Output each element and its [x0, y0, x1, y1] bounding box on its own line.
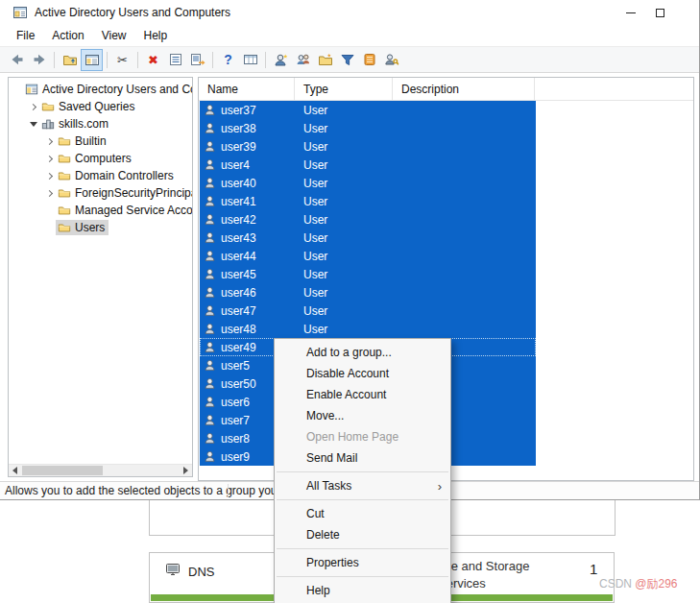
- context-item-all-tasks[interactable]: All Tasks›: [275, 475, 450, 496]
- tree-item-domain-controllers[interactable]: Domain Controllers: [9, 167, 192, 184]
- user-bust-icon: [204, 450, 216, 463]
- row-name: user40: [221, 177, 256, 190]
- list-row-user37[interactable]: user37User: [200, 101, 536, 119]
- column-header-type[interactable]: Type: [295, 78, 393, 100]
- help-button[interactable]: ?: [217, 49, 239, 71]
- tree-item-saved-queries[interactable]: Saved Queries: [9, 98, 192, 115]
- chevron-collapsed-icon[interactable]: [43, 139, 56, 144]
- row-name: user38: [221, 122, 256, 135]
- scroll-icon: [362, 52, 377, 67]
- delegate-control-button[interactable]: [380, 49, 402, 71]
- row-type: User: [295, 158, 393, 172]
- list-row-user43[interactable]: user43User: [200, 229, 536, 247]
- new-user-button[interactable]: [270, 49, 292, 71]
- scroll-left-button[interactable]: [9, 465, 21, 476]
- menu-file[interactable]: File: [8, 27, 43, 44]
- tree-item-builtin[interactable]: Builtin: [9, 133, 192, 150]
- scroll-left-icon: [12, 467, 17, 474]
- tree-item-label: Managed Service Accounts: [75, 204, 193, 217]
- user-bust-icon: [204, 359, 216, 372]
- view-table-button[interactable]: [239, 49, 261, 71]
- set-filter-button[interactable]: [336, 49, 358, 71]
- context-item-label: Move...: [306, 409, 344, 422]
- row-name: user4: [221, 158, 250, 172]
- menu-action[interactable]: Action: [43, 27, 92, 44]
- context-item-send-mail[interactable]: Send Mail: [275, 447, 450, 469]
- context-item-add-to-a-group[interactable]: Add to a group...: [275, 342, 450, 363]
- context-item-move[interactable]: Move...: [275, 405, 450, 426]
- delete-icon: ✖: [148, 53, 158, 67]
- row-type: User: [295, 268, 393, 281]
- list-row-user41[interactable]: user41User: [200, 192, 536, 210]
- list-row-user44[interactable]: user44User: [200, 247, 536, 265]
- tree-item-label: skills.com: [59, 117, 109, 131]
- tree-item-skills-com[interactable]: skills.com: [9, 115, 192, 133]
- context-item-enable-account[interactable]: Enable Account: [275, 384, 450, 405]
- context-item-label: Open Home Page: [306, 430, 398, 444]
- scroll-right-button[interactable]: [180, 465, 192, 476]
- context-item-delete[interactable]: Delete: [275, 524, 450, 545]
- cut-button[interactable]: ✂: [111, 49, 133, 71]
- menu-help[interactable]: Help: [135, 27, 177, 44]
- export-list-button[interactable]: [186, 49, 208, 71]
- title-bar[interactable]: Active Directory Users and Computers: [0, 0, 699, 25]
- list-row-user40[interactable]: user40User: [200, 174, 536, 192]
- user-bust-icon: [204, 158, 216, 171]
- up-one-level-button[interactable]: [59, 49, 81, 71]
- show-console-tree-button[interactable]: [81, 49, 103, 71]
- row-name: user49: [221, 341, 256, 354]
- context-item-properties[interactable]: Properties: [275, 552, 450, 573]
- chevron-collapsed-icon[interactable]: [27, 105, 39, 109]
- forward-button[interactable]: [28, 49, 50, 71]
- submenu-arrow-icon: ›: [438, 479, 442, 494]
- row-name: user42: [221, 213, 256, 227]
- list-row-user47[interactable]: user47User: [200, 302, 536, 320]
- console-tree-icon: [84, 52, 100, 67]
- watermark-handle: @励296: [635, 577, 677, 591]
- properties-button[interactable]: [164, 49, 186, 71]
- context-item-cut[interactable]: Cut: [275, 503, 450, 524]
- context-item-help[interactable]: Help: [275, 580, 450, 601]
- tree-item-managed-service-accounts[interactable]: Managed Service Accounts: [9, 202, 192, 219]
- minimize-button[interactable]: [616, 0, 645, 25]
- list-row-user38[interactable]: user38User: [200, 119, 536, 137]
- user-bust-icon: [204, 213, 216, 226]
- context-item-label: Help: [306, 584, 330, 597]
- context-item-disable-account[interactable]: Disable Account: [275, 363, 450, 384]
- tree-item-active-directory-users-and-computers[interactable]: Active Directory Users and Computers: [9, 81, 192, 98]
- user-bust-icon: [204, 414, 216, 426]
- list-row-user48[interactable]: user48User: [200, 320, 536, 338]
- delete-button[interactable]: ✖: [142, 49, 164, 71]
- tree-item-computers[interactable]: Computers: [9, 150, 192, 167]
- back-button[interactable]: [6, 49, 28, 71]
- tree-item-foreignsecurityprincipals[interactable]: ForeignSecurityPrincipals: [9, 184, 192, 202]
- new-ou-button[interactable]: [314, 49, 336, 71]
- column-header-name[interactable]: Name: [199, 78, 295, 100]
- back-icon: [10, 52, 25, 67]
- new-group-icon: [296, 52, 311, 67]
- cut-icon: ✂: [117, 53, 128, 67]
- chevron-expanded-icon[interactable]: [27, 122, 39, 127]
- chevron-collapsed-icon[interactable]: [43, 157, 56, 161]
- context-item-label: Enable Account: [306, 388, 386, 401]
- column-header-description[interactable]: Description: [393, 78, 535, 100]
- maximize-button[interactable]: [645, 0, 674, 25]
- chevron-collapsed-icon[interactable]: [43, 191, 56, 196]
- list-row-user42[interactable]: user42User: [200, 210, 536, 229]
- chevron-collapsed-icon[interactable]: [43, 174, 56, 179]
- tree-horizontal-scrollbar[interactable]: [9, 464, 192, 476]
- scrollbar-thumb[interactable]: [22, 466, 103, 475]
- row-type: User: [295, 231, 393, 245]
- new-group-button[interactable]: [292, 49, 314, 71]
- console-root-icon: [25, 83, 39, 96]
- dns-tile[interactable]: DNS: [149, 552, 279, 603]
- list-row-user39[interactable]: user39User: [200, 137, 536, 156]
- watermark: CSDN @励296: [599, 576, 678, 592]
- user-bust-icon: [204, 250, 216, 262]
- list-row-user46[interactable]: user46User: [200, 283, 536, 302]
- tree-item-users[interactable]: Users: [9, 219, 192, 236]
- managed-by-button[interactable]: [358, 49, 380, 71]
- list-row-user4[interactable]: user4User: [200, 156, 536, 174]
- menu-view[interactable]: View: [93, 27, 135, 44]
- list-row-user45[interactable]: user45User: [200, 265, 536, 283]
